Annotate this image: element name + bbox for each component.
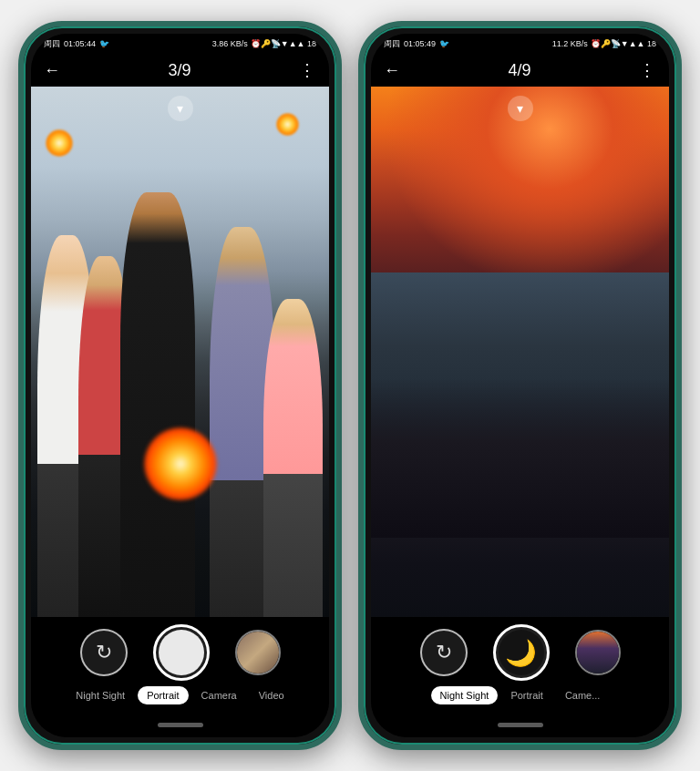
person-5 [263, 299, 323, 617]
mode-tabs-left: Night Sight Portrait Camera Video [31, 684, 329, 708]
mode-tab-portrait-left[interactable]: Portrait [138, 686, 188, 704]
status-left-right: 周四 01:05:49 🐦 [384, 38, 449, 50]
chevron-down-icon-left: ▾ [177, 101, 183, 116]
phone-left: 周四 01:05:44 🐦 3.86 KB/s ⏰🔑📡▼▲▲ 18 ← 3/9 … [18, 21, 342, 750]
phone-frame-right: 周四 01:05:49 🐦 11.2 KB/s ⏰🔑📡▼▲▲ 18 ← 4/9 … [358, 21, 682, 750]
status-time-left: 01:05:44 [64, 39, 96, 48]
chevron-down-icon-right: ▾ [517, 101, 523, 116]
water-reflection [371, 272, 669, 458]
gesture-pill-right [498, 723, 543, 727]
status-time-right: 01:05:49 [404, 39, 436, 48]
camera-buttons-left: ↻ [31, 624, 329, 684]
rotate-camera-button-right[interactable]: ↻ [420, 629, 468, 676]
sparkle-left [46, 129, 73, 157]
people-scene [31, 192, 329, 617]
photo-portrait [31, 87, 329, 617]
moon-icon: 🌙 [505, 638, 537, 668]
mode-tab-video-left[interactable]: Video [250, 686, 293, 704]
mode-tabs-right: Night Sight Portrait Came... [371, 684, 669, 708]
nav-bar-left: ← 3/9 ⋮ [31, 54, 329, 87]
mode-tab-camera-left[interactable]: Camera [192, 686, 246, 704]
status-bird-icon-right: 🐦 [439, 39, 449, 48]
phone-screen-left: 周四 01:05:44 🐦 3.86 KB/s ⏰🔑📡▼▲▲ 18 ← 3/9 … [31, 34, 329, 737]
photo-night [371, 87, 669, 617]
rotate-icon-right: ↻ [436, 641, 452, 664]
gesture-area-right [371, 712, 669, 737]
dropdown-button-right[interactable]: ▾ [508, 96, 533, 121]
phone-screen-right: 周四 01:05:49 🐦 11.2 KB/s ⏰🔑📡▼▲▲ 18 ← 4/9 … [371, 34, 669, 737]
thumbnail-button-right[interactable] [575, 630, 621, 675]
shutter-night-inner: 🌙 [499, 630, 544, 675]
status-bar-left: 周四 01:05:44 🐦 3.86 KB/s ⏰🔑📡▼▲▲ 18 [31, 34, 329, 54]
camera-buttons-right: ↻ 🌙 [371, 624, 669, 684]
camera-controls-right: ↻ 🌙 Night Sight Portrait Came... [371, 617, 669, 712]
status-bird-icon-left: 🐦 [99, 39, 109, 48]
back-button-left[interactable]: ← [44, 61, 60, 80]
rotate-icon-left: ↻ [96, 641, 112, 664]
dropdown-button-left[interactable]: ▾ [168, 96, 193, 121]
status-day-left: 周四 [44, 38, 60, 50]
status-day-right: 周四 [384, 38, 400, 50]
photo-area-right: ▾ [371, 87, 669, 617]
shutter-button-left[interactable] [153, 624, 210, 681]
shutter-inner-left [159, 630, 204, 675]
shutter-button-right[interactable]: 🌙 [493, 624, 550, 681]
nav-title-left: 3/9 [168, 61, 190, 80]
menu-button-right[interactable]: ⋮ [639, 60, 656, 80]
status-icons-right: ⏰🔑📡▼▲▲ 18 [591, 39, 656, 48]
mode-tab-portrait-right[interactable]: Portrait [501, 686, 551, 704]
person-3 [120, 192, 195, 617]
sparkle-main [144, 427, 217, 500]
nav-title-right: 4/9 [508, 61, 530, 80]
mode-tab-night-sight-left[interactable]: Night Sight [67, 686, 134, 704]
mode-tab-camera-right[interactable]: Came... [556, 686, 610, 704]
gesture-area-left [31, 712, 329, 737]
thumbnail-image-right [577, 632, 619, 673]
buildings [371, 378, 669, 538]
status-left-left: 周四 01:05:44 🐦 [44, 38, 109, 50]
status-speed-right: 11.2 KB/s [552, 39, 588, 48]
status-speed-left: 3.86 KB/s [212, 39, 248, 48]
status-right-left: 3.86 KB/s ⏰🔑📡▼▲▲ 18 [212, 39, 316, 48]
camera-controls-left: ↻ Night Sight Portrait Camera Video [31, 617, 329, 712]
nav-bar-right: ← 4/9 ⋮ [371, 54, 669, 87]
mode-tab-night-sight-right[interactable]: Night Sight [431, 686, 499, 704]
phone-frame-left: 周四 01:05:44 🐦 3.86 KB/s ⏰🔑📡▼▲▲ 18 ← 3/9 … [18, 21, 342, 750]
menu-button-left[interactable]: ⋮ [299, 60, 316, 80]
thumbnail-button-left[interactable] [235, 630, 281, 675]
photo-area-left: ▾ [31, 87, 329, 617]
back-button-right[interactable]: ← [384, 61, 400, 80]
thumbnail-image-left [237, 632, 279, 673]
status-icons-left: ⏰🔑📡▼▲▲ 18 [251, 39, 316, 48]
status-bar-right: 周四 01:05:49 🐦 11.2 KB/s ⏰🔑📡▼▲▲ 18 [371, 34, 669, 54]
phone-right: 周四 01:05:49 🐦 11.2 KB/s ⏰🔑📡▼▲▲ 18 ← 4/9 … [358, 21, 682, 750]
rotate-camera-button-left[interactable]: ↻ [80, 629, 128, 676]
gesture-pill-left [158, 723, 203, 727]
status-right-right: 11.2 KB/s ⏰🔑📡▼▲▲ 18 [552, 39, 656, 48]
sparkle-right [276, 113, 299, 136]
